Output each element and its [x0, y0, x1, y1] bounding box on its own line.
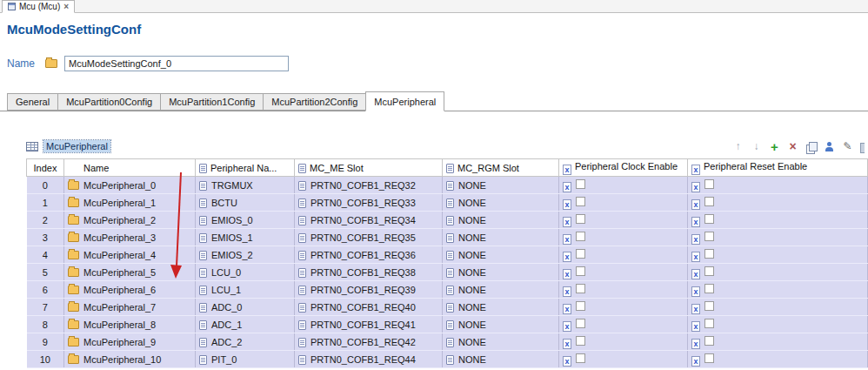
- reset-enable-checkbox[interactable]: [704, 336, 714, 346]
- cell-name[interactable]: McuPeripheral_3: [64, 229, 196, 246]
- cell-peripheral-name[interactable]: EMIOS_2: [196, 246, 295, 264]
- cell-mc-me-slot[interactable]: PRTN0_COFB1_REQ32: [295, 177, 443, 194]
- cell-clock-enable[interactable]: [559, 246, 688, 264]
- cell-clock-enable[interactable]: [559, 316, 688, 333]
- cell-mc-me-slot[interactable]: PRTN0_COFB1_REQ44: [295, 351, 443, 368]
- cell-mc-me-slot[interactable]: PRTN0_COFB1_REQ36: [295, 246, 443, 264]
- cell-mc-rgm-slot[interactable]: NONE: [443, 177, 559, 194]
- cell-name[interactable]: McuPeripheral_4: [64, 246, 196, 264]
- cell-mc-rgm-slot[interactable]: NONE: [443, 246, 559, 264]
- table-row[interactable]: 10 McuPeripheral_10 PIT_0 PRTN0_COFB1_RE…: [27, 351, 868, 368]
- more-icon[interactable]: [859, 140, 865, 153]
- cell-reset-enable[interactable]: [688, 316, 868, 333]
- cell-reset-enable[interactable]: [688, 264, 868, 281]
- cell-reset-enable[interactable]: [688, 351, 868, 368]
- table-row[interactable]: 0 McuPeripheral_0 TRGMUX PRTN0_COFB1_REQ…: [27, 177, 868, 194]
- column-header-name[interactable]: Name: [64, 159, 196, 177]
- cell-mc-rgm-slot[interactable]: NONE: [443, 264, 559, 281]
- clock-enable-checkbox[interactable]: [576, 336, 585, 346]
- table-row[interactable]: 1 McuPeripheral_1 BCTU PRTN0_COFB1_REQ33…: [27, 194, 868, 212]
- cell-peripheral-name[interactable]: LCU_0: [196, 264, 295, 281]
- copy-icon[interactable]: [805, 140, 818, 153]
- reset-enable-checkbox[interactable]: [704, 284, 714, 293]
- table-row[interactable]: 9 McuPeripheral_9 ADC_2 PRTN0_COFB1_REQ4…: [27, 333, 868, 351]
- cell-clock-enable[interactable]: [559, 194, 688, 212]
- column-header-index[interactable]: Index: [27, 159, 64, 177]
- clock-enable-checkbox[interactable]: [576, 232, 585, 241]
- reset-enable-checkbox[interactable]: [704, 197, 714, 206]
- tab-mcupartition2config[interactable]: McuPartition2Config: [263, 93, 366, 111]
- editor-tab-mcu[interactable]: Mcu (Mcu) ×: [2, 0, 75, 13]
- name-input[interactable]: [64, 56, 289, 71]
- move-down-icon[interactable]: [750, 140, 763, 153]
- clock-enable-checkbox[interactable]: [576, 249, 585, 259]
- cell-mc-me-slot[interactable]: PRTN0_COFB1_REQ33: [295, 194, 443, 212]
- table-row[interactable]: 4 McuPeripheral_4 EMIOS_2 PRTN0_COFB1_RE…: [27, 246, 868, 264]
- cell-peripheral-name[interactable]: ADC_1: [196, 316, 295, 333]
- cell-reset-enable[interactable]: [688, 281, 868, 299]
- cell-mc-me-slot[interactable]: PRTN0_COFB1_REQ42: [295, 333, 443, 351]
- cell-clock-enable[interactable]: [559, 333, 688, 351]
- reset-enable-checkbox[interactable]: [704, 232, 714, 241]
- cell-peripheral-name[interactable]: EMIOS_0: [196, 212, 295, 229]
- reset-enable-checkbox[interactable]: [704, 214, 714, 224]
- table-row[interactable]: 3 McuPeripheral_3 EMIOS_1 PRTN0_COFB1_RE…: [27, 229, 868, 246]
- cell-mc-me-slot[interactable]: PRTN0_COFB1_REQ34: [295, 212, 443, 229]
- cell-mc-me-slot[interactable]: PRTN0_COFB1_REQ40: [295, 299, 443, 316]
- cell-clock-enable[interactable]: [559, 229, 688, 246]
- reset-enable-checkbox[interactable]: [704, 301, 714, 311]
- cell-mc-rgm-slot[interactable]: NONE: [443, 299, 559, 316]
- cell-name[interactable]: McuPeripheral_2: [64, 212, 196, 229]
- move-up-icon[interactable]: [731, 140, 744, 153]
- cell-mc-rgm-slot[interactable]: NONE: [443, 333, 559, 351]
- cell-clock-enable[interactable]: [559, 351, 688, 368]
- cell-name[interactable]: McuPeripheral_9: [64, 333, 196, 351]
- cell-reset-enable[interactable]: [688, 212, 868, 229]
- cell-mc-rgm-slot[interactable]: NONE: [443, 194, 559, 212]
- cell-peripheral-name[interactable]: ADC_0: [196, 299, 295, 316]
- cell-reset-enable[interactable]: [688, 229, 868, 246]
- editor-tab-close-icon[interactable]: ×: [63, 2, 69, 11]
- cell-peripheral-name[interactable]: BCTU: [196, 194, 295, 212]
- cell-clock-enable[interactable]: [559, 264, 688, 281]
- wizard-icon[interactable]: [823, 140, 836, 153]
- clock-enable-checkbox[interactable]: [576, 214, 585, 224]
- cell-peripheral-name[interactable]: EMIOS_1: [196, 229, 295, 246]
- add-icon[interactable]: [768, 140, 781, 153]
- delete-icon[interactable]: [786, 140, 799, 153]
- table-row[interactable]: 8 McuPeripheral_8 ADC_1 PRTN0_COFB1_REQ4…: [27, 316, 868, 333]
- table-row[interactable]: 5 McuPeripheral_5 LCU_0 PRTN0_COFB1_REQ3…: [27, 264, 868, 281]
- cell-clock-enable[interactable]: [559, 177, 688, 194]
- clock-enable-checkbox[interactable]: [576, 319, 585, 328]
- cell-name[interactable]: McuPeripheral_0: [64, 177, 196, 194]
- reset-enable-checkbox[interactable]: [704, 179, 714, 189]
- cell-clock-enable[interactable]: [559, 299, 688, 316]
- cell-peripheral-name[interactable]: ADC_2: [196, 333, 295, 351]
- column-header-mc-rgm-slot[interactable]: MC_RGM Slot: [443, 159, 559, 177]
- cell-name[interactable]: McuPeripheral_5: [64, 264, 196, 281]
- cell-mc-me-slot[interactable]: PRTN0_COFB1_REQ38: [295, 264, 443, 281]
- reset-enable-checkbox[interactable]: [704, 249, 714, 259]
- cell-reset-enable[interactable]: [688, 177, 868, 194]
- cell-reset-enable[interactable]: [688, 246, 868, 264]
- cell-peripheral-name[interactable]: LCU_1: [196, 281, 295, 299]
- cell-mc-me-slot[interactable]: PRTN0_COFB1_REQ39: [295, 281, 443, 299]
- clock-enable-checkbox[interactable]: [576, 301, 585, 311]
- cell-reset-enable[interactable]: [688, 194, 868, 212]
- cell-reset-enable[interactable]: [688, 333, 868, 351]
- cell-mc-rgm-slot[interactable]: NONE: [443, 351, 559, 368]
- cell-reset-enable[interactable]: [688, 299, 868, 316]
- cell-clock-enable[interactable]: [559, 212, 688, 229]
- column-header-peripheral-name[interactable]: Peripheral Na...: [196, 159, 295, 177]
- cell-mc-rgm-slot[interactable]: NONE: [443, 212, 559, 229]
- cell-name[interactable]: McuPeripheral_1: [64, 194, 196, 212]
- cell-name[interactable]: McuPeripheral_8: [64, 316, 196, 333]
- cell-mc-rgm-slot[interactable]: NONE: [443, 229, 559, 246]
- tab-mcuperipheral[interactable]: McuPeripheral: [365, 91, 444, 111]
- clock-enable-checkbox[interactable]: [576, 353, 585, 363]
- cell-mc-rgm-slot[interactable]: NONE: [443, 316, 559, 333]
- tab-general[interactable]: General: [7, 93, 58, 111]
- cell-peripheral-name[interactable]: PIT_0: [196, 351, 295, 368]
- table-row[interactable]: 6 McuPeripheral_6 LCU_1 PRTN0_COFB1_REQ3…: [27, 281, 868, 299]
- clock-enable-checkbox[interactable]: [576, 197, 585, 206]
